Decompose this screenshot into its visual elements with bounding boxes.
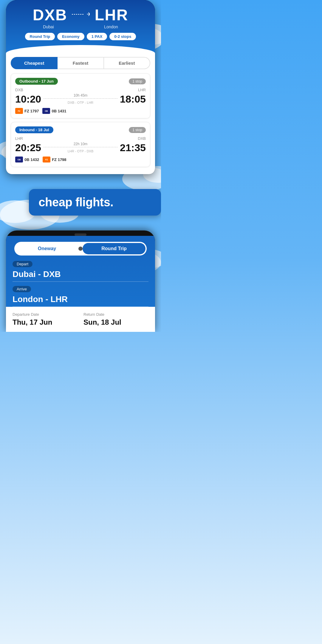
airport-names-row: Dubai London [12, 24, 149, 29]
inbound-label: Inbound - 18 Jul [15, 126, 53, 133]
depart-divider [13, 281, 148, 282]
middle-section: cheap flights. [0, 174, 161, 230]
return-date-field[interactable]: Return Date Sun, 18 Jul [83, 312, 148, 326]
earliest-tab[interactable]: Earliest [104, 57, 150, 69]
svg-text:✈: ✈ [87, 11, 90, 17]
phone-notch [75, 233, 86, 236]
results-container: Outbound - 17 Jun 1 stop DXB LHR 10:20 1… [6, 73, 155, 174]
outbound-route: DXB - OTP - LHR [68, 101, 94, 104]
fastest-tab[interactable]: Fastest [58, 57, 104, 69]
departure-date-field[interactable]: Departure Date Thu, 17 Jun [13, 312, 78, 326]
search-form-container: Oneway Round Trip Depart Dubai - DXB Arr… [6, 236, 155, 332]
inbound-airlines: OB 0B 1432 FZ FZ 1798 [15, 157, 146, 162]
trip-type-tag[interactable]: Round Trip [25, 33, 55, 40]
return-date-value: Sun, 18 Jul [83, 318, 148, 326]
airports-row: DXB ✈ LHR [12, 6, 149, 24]
inbound-header: Inbound - 18 Jul 1 stop [15, 126, 146, 133]
outbound-label: Outbound - 17 Jun [15, 78, 58, 85]
outbound-stops: 1 stop [129, 78, 146, 84]
phone-top-frame: DXB ✈ LHR Dubai London Round Trip Econom… [6, 0, 155, 174]
outbound-airline1: FZ FZ 1797 [15, 108, 39, 114]
trip-type-toggle: Oneway Round Trip [14, 242, 147, 256]
destination-name: London [104, 24, 118, 29]
outbound-airlines: FZ FZ 1797 OB 0B 1431 [15, 108, 146, 114]
outbound-airports: DXB LHR [15, 88, 146, 92]
inbound-arrive: 21:35 [120, 142, 146, 154]
inbound-airline1: OB 0B 1432 [15, 157, 39, 162]
inbound-times-row: 20:25 22h 10m LHR - OTP - DXB 21:35 [15, 142, 146, 154]
outbound-depart: 10:20 [15, 93, 41, 105]
depart-value: Dubai - DXB [13, 270, 148, 279]
inbound-route: LHR - OTP - DXB [68, 149, 94, 153]
outbound-duration-text: 10h 45m [44, 93, 117, 97]
flight-header: DXB ✈ LHR Dubai London Round Trip Econom… [6, 0, 155, 53]
depart-field[interactable]: Depart Dubai - DXB [6, 259, 155, 282]
cheapest-tab[interactable]: Cheapest [11, 57, 58, 69]
outbound-card[interactable]: Outbound - 17 Jun 1 stop DXB LHR 10:20 1… [11, 73, 150, 118]
arrive-value: London - LHR [13, 295, 148, 304]
stops-tag[interactable]: 0-2 stops [109, 33, 136, 40]
inbound-duration-text: 22h 10m [44, 142, 117, 146]
depart-label: Depart [13, 261, 32, 267]
outbound-airline1-logo: FZ [15, 108, 23, 114]
header-wave [6, 45, 155, 53]
pax-tag[interactable]: 1 PAX [87, 33, 107, 40]
outbound-header: Outbound - 17 Jun 1 stop [15, 78, 146, 85]
inbound-depart: 20:25 [15, 142, 41, 154]
oneway-option[interactable]: Oneway [16, 243, 78, 254]
inbound-airline1-logo: OB [15, 157, 23, 162]
destination-code: LHR [95, 6, 128, 24]
inbound-airline2: FZ FZ 1798 [43, 157, 66, 162]
inbound-destination: DXB [138, 136, 146, 141]
inbound-airline2-code: FZ 1798 [52, 157, 66, 162]
inbound-origin: LHR [15, 136, 23, 141]
inbound-airports: LHR DXB [15, 136, 146, 141]
outbound-origin: DXB [15, 88, 23, 92]
search-tags-row: Round Trip Economy 1 PAX 0-2 stops [12, 33, 149, 45]
departure-date-value: Thu, 17 Jun [13, 318, 78, 326]
outbound-arrive: 18:05 [120, 93, 146, 105]
trip-toggle-container: Oneway Round Trip [6, 239, 155, 259]
origin-code: DXB [33, 6, 67, 24]
departure-date-label: Departure Date [13, 312, 78, 317]
arrive-label: Arrive [13, 286, 31, 292]
inbound-route-line [44, 147, 117, 147]
inbound-airline1-code: 0B 1432 [24, 157, 39, 162]
outbound-destination: LHR [138, 88, 146, 92]
filter-tabs: Cheapest Fastest Earliest [6, 53, 155, 73]
inbound-stops: 1 stop [129, 127, 146, 133]
inbound-airline2-logo: FZ [43, 157, 50, 162]
inbound-card[interactable]: Inbound - 18 Jul 1 stop LHR DXB 20:25 22… [11, 122, 150, 167]
cabin-tag[interactable]: Economy [57, 33, 84, 40]
phone-bottom-frame: Oneway Round Trip Depart Dubai - DXB Arr… [6, 230, 155, 332]
return-date-label: Return Date [83, 312, 148, 317]
cheap-flights-bubble: cheap flights. [29, 189, 161, 216]
roundtrip-option[interactable]: Round Trip [83, 243, 145, 254]
toggle-dot-indicator [78, 247, 83, 251]
outbound-airline2-code: 0B 1431 [52, 109, 66, 113]
outbound-times-row: 10:20 10h 45m DXB - OTP - LHR 18:05 [15, 93, 146, 105]
outbound-route-line [44, 98, 117, 99]
inbound-duration: 22h 10m LHR - OTP - DXB [41, 142, 120, 154]
outbound-airline1-code: FZ 1797 [24, 109, 39, 113]
origin-name: Dubai [43, 24, 54, 29]
dates-section: Departure Date Thu, 17 Jun Return Date S… [6, 307, 155, 332]
outbound-airline2-logo: OB [42, 108, 50, 114]
outbound-airline2: OB 0B 1431 [42, 108, 66, 114]
flight-arrow: ✈ [72, 10, 90, 20]
outbound-duration: 10h 45m DXB - OTP - LHR [41, 93, 120, 105]
arrive-field[interactable]: Arrive London - LHR [6, 286, 155, 307]
